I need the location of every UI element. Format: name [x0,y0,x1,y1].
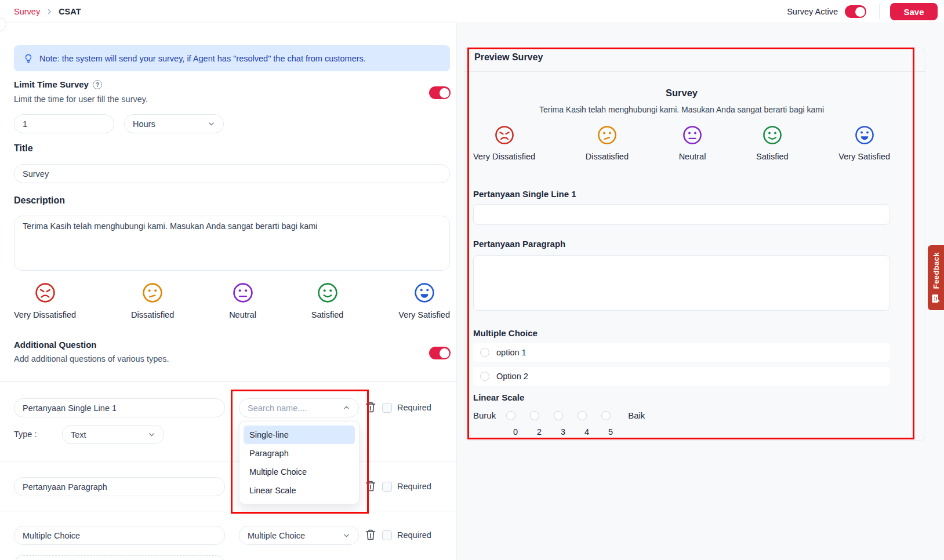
preview-single-line-input[interactable] [473,204,890,225]
additional-question-toggle[interactable] [429,347,451,359]
question-name-value: Multiple Choice [23,531,80,540]
question-name-input[interactable]: Pertanyaan Single Line 1 [14,398,225,417]
dropdown-option-paragraph[interactable]: Paragraph [244,444,355,463]
scale-value: 0 [511,427,520,437]
required-checkbox[interactable] [382,482,392,492]
description-textarea[interactable]: Terima Kasih telah menghubungi kami. Mas… [14,216,450,271]
neutral-face-icon [682,125,703,146]
dropdown-option-linear-scale[interactable]: Linear Scale [244,481,355,500]
preview-survey-title: Survey [473,88,890,99]
rating-very-dissatisfied[interactable]: Very Dissatisfied [473,125,535,161]
rating-label: Very Dissatisfied [473,152,535,161]
preview-question-label: Pertanyaan Paragraph [473,239,565,249]
radio-icon[interactable] [480,348,489,357]
trash-icon[interactable] [365,401,376,414]
angry-face-icon [494,125,515,146]
radio-icon[interactable] [554,411,563,420]
rating-very-dissatisfied: Very Dissatisfied [14,282,76,319]
title-heading: Title [14,143,33,154]
lightbulb-icon [23,53,34,64]
rating-very-satisfied[interactable]: Very Satisfied [838,125,890,161]
breadcrumb-survey-link[interactable]: Survey [14,7,40,16]
rating-label: Satisfied [311,310,344,319]
type-label: Type : [14,430,37,439]
radio-icon[interactable] [530,411,539,420]
rating-label: Satisfied [756,152,789,161]
chevron-right-icon [46,8,53,15]
search-placeholder: Search name.... [248,403,307,413]
topbar-divider [879,4,880,19]
smile-face-icon [762,125,783,146]
feedback-tab[interactable]: Feedback [928,245,944,310]
choice-option-row[interactable]: Option 2 [473,367,890,386]
chevron-down-icon [148,431,155,438]
sad-face-icon [597,125,618,146]
additional-question-description: Add additional questions of various type… [14,354,169,363]
rating-label: Dissatisfied [586,152,629,161]
big-smile-face-icon [854,125,875,146]
note-banner: Note: the system will send your survey, … [14,45,450,71]
limit-time-unit-select[interactable]: Hours [124,114,224,133]
neutral-face-icon [232,282,254,304]
survey-builder-panel: Note: the system will send your survey, … [0,23,457,560]
help-icon[interactable]: ? [93,80,102,89]
preview-question-label: Multiple Choice [473,328,538,338]
limit-time-toggle[interactable] [429,86,451,99]
limit-time-unit-value: Hours [133,119,155,129]
question-type-value: Text [71,430,86,439]
survey-active-toggle[interactable] [845,5,866,18]
required-label: Required [397,530,431,540]
scale-value: 5 [606,427,615,437]
rating-dissatisfied[interactable]: Dissatisfied [586,125,629,161]
question-type-select[interactable]: Text [62,425,164,444]
rating-very-satisfied: Very Satisfied [398,282,450,319]
divider [0,461,457,461]
chevron-down-icon [208,120,215,128]
dropdown-option-single-line[interactable]: Single-line [244,426,355,444]
radio-icon[interactable] [601,411,611,420]
chevron-up-icon [343,404,350,412]
type-dropdown-menu: Single-line Paragraph Multiple Choice Li… [239,421,360,504]
note-text: Note: the system will send your survey, … [39,54,366,63]
required-checkbox[interactable] [382,530,392,540]
feedback-tab-label: Feedback [932,252,941,289]
divider [0,381,457,382]
smile-face-icon [317,282,339,304]
dropdown-option-multiple-choice[interactable]: Multiple Choice [244,463,355,481]
question-type-search-combobox[interactable]: Search name.... [239,398,359,417]
radio-icon[interactable] [506,411,515,420]
trash-icon[interactable] [365,528,376,541]
sad-face-icon [141,282,164,304]
add-option-input[interactable] [14,555,225,560]
question-name-value: Pertanyaan Paragraph [23,482,107,492]
rating-label: Very Dissatisfied [14,310,76,319]
breadcrumb-current: CSAT [59,7,81,16]
rating-neutral[interactable]: Neutral [679,125,706,161]
radio-icon[interactable] [578,411,587,420]
scale-radios [506,411,611,420]
linear-scale-row: Buruk Baik [473,410,645,420]
chat-smiley-icon [931,294,941,303]
question-type-select[interactable]: Multiple Choice [239,526,359,545]
required-checkbox[interactable] [382,403,392,413]
preview-divider [464,71,925,72]
question-type-value: Multiple Choice [248,531,305,540]
topbar: Survey CSAT Survey Active Save [0,0,944,23]
radio-icon[interactable] [480,372,489,381]
rating-satisfied[interactable]: Satisfied [756,125,789,161]
trash-icon[interactable] [365,479,376,493]
title-input[interactable]: Survey [14,164,450,183]
save-button[interactable]: Save [890,3,938,20]
question-name-input[interactable]: Multiple Choice [14,526,225,545]
choice-option-row[interactable]: option 1 [473,343,890,362]
scale-min-label: Buruk [473,410,496,420]
preview-heading: Preview Survey [474,52,543,63]
description-value: Terima Kasih telah menghubungi kami. Mas… [23,221,318,231]
description-heading: Description [14,195,65,206]
rating-label: Neutral [229,310,256,319]
limit-time-value-input[interactable]: 1 [14,114,114,133]
question-name-input[interactable]: Pertanyaan Paragraph [14,477,225,496]
choice-option-label: option 1 [496,348,527,357]
preview-paragraph-textarea[interactable] [473,255,890,311]
scale-values-row: 0 2 3 4 5 [511,427,615,437]
